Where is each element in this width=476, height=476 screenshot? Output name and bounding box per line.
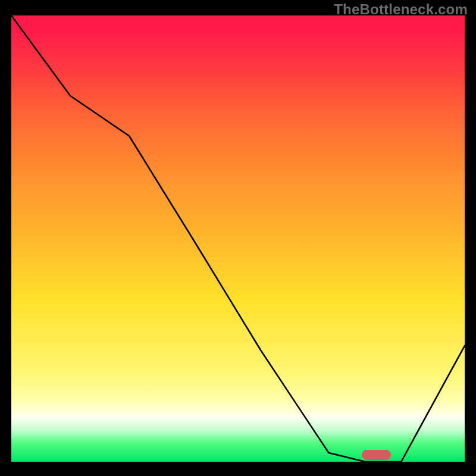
chart-container: TheBottleneck.com	[0, 0, 476, 476]
optimum-marker	[362, 450, 391, 460]
bottleneck-curve	[11, 15, 465, 462]
plot-area	[11, 15, 465, 462]
